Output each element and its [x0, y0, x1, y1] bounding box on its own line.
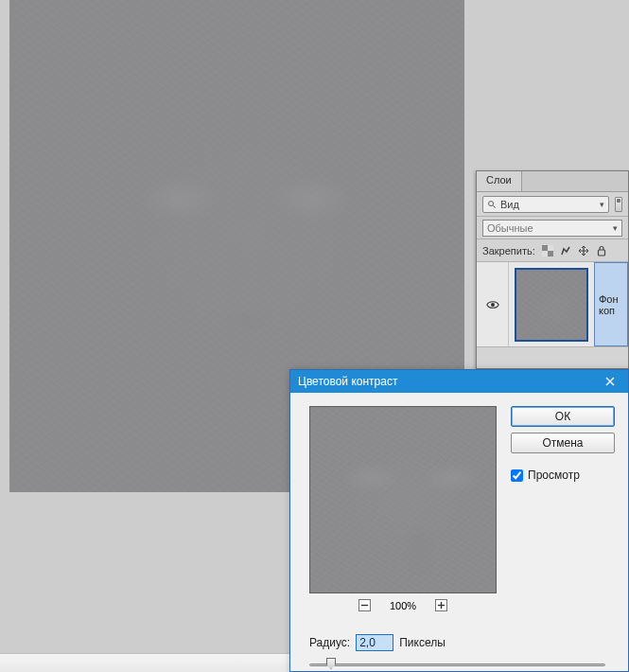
- radius-input[interactable]: [356, 634, 393, 651]
- svg-rect-3: [548, 251, 553, 256]
- lock-transparent-icon[interactable]: [542, 245, 553, 256]
- svg-rect-5: [542, 251, 548, 256]
- close-icon: [605, 377, 615, 386]
- dialog-title: Цветовой контраст: [298, 375, 397, 388]
- svg-line-1: [493, 205, 496, 208]
- zoom-controls: 100%: [309, 599, 497, 611]
- lock-all-icon[interactable]: [596, 245, 607, 256]
- slider-thumb[interactable]: [326, 658, 336, 669]
- preview-checkbox-row[interactable]: Просмотр: [511, 469, 615, 482]
- ok-button[interactable]: ОК: [511, 406, 615, 427]
- radius-unit: Пикселы: [399, 636, 446, 649]
- panel-tabs: Слои: [477, 171, 628, 192]
- blend-mode-value: Обычные: [487, 222, 533, 234]
- layer-visibility-toggle[interactable]: [477, 262, 509, 346]
- zoom-out-button[interactable]: [358, 599, 371, 611]
- blend-mode-select[interactable]: Обычные ▾: [482, 220, 622, 237]
- svg-point-7: [490, 302, 494, 306]
- svg-point-0: [489, 201, 494, 205]
- radius-row: Радиус: Пикселы: [309, 634, 446, 651]
- dialog-close-button[interactable]: [600, 373, 620, 390]
- preview-checkbox[interactable]: [511, 469, 523, 482]
- svg-rect-4: [548, 245, 553, 251]
- filter-preview[interactable]: [309, 406, 497, 593]
- radius-label: Радиус:: [309, 636, 350, 649]
- blend-mode-row: Обычные ▾: [477, 217, 628, 239]
- zoom-in-button[interactable]: [435, 599, 447, 611]
- minus-icon: [360, 601, 369, 610]
- preview-checkbox-label: Просмотр: [528, 469, 580, 482]
- eye-icon: [486, 298, 499, 311]
- high-pass-dialog: Цветовой контраст 100% ОК Отмена Просмот…: [289, 369, 629, 672]
- svg-rect-6: [598, 250, 604, 256]
- lock-row: Закрепить:: [477, 239, 628, 262]
- layer-filter-select[interactable]: Вид ▾: [482, 196, 609, 213]
- slider-track: [309, 663, 605, 666]
- radius-slider[interactable]: [309, 658, 605, 671]
- layer-name[interactable]: Фон коп: [594, 262, 628, 346]
- tab-layers[interactable]: Слои: [477, 171, 522, 191]
- chevron-down-icon: ▾: [613, 223, 618, 233]
- lock-label: Закрепить:: [482, 245, 535, 256]
- plus-icon: [437, 601, 446, 610]
- filter-label: Вид: [500, 199, 519, 210]
- lock-pixels-icon[interactable]: [560, 245, 571, 256]
- svg-rect-2: [542, 245, 548, 251]
- search-icon: [487, 200, 497, 209]
- layer-name-text: Фон коп: [599, 293, 627, 316]
- dialog-title-bar[interactable]: Цветовой контраст: [290, 370, 628, 393]
- layers-panel: Слои Вид ▾ Обычные ▾ Закрепить:: [476, 170, 629, 369]
- dialog-body: 100% ОК Отмена Просмотр Радиус: Пикселы: [290, 393, 628, 671]
- filter-toggle[interactable]: [615, 197, 622, 212]
- layer-row[interactable]: Фон коп: [477, 262, 628, 347]
- chevron-down-icon: ▾: [600, 200, 604, 209]
- lock-position-icon[interactable]: [578, 245, 589, 256]
- dialog-buttons: ОК Отмена Просмотр: [511, 406, 615, 482]
- layer-filter-row: Вид ▾: [477, 192, 628, 217]
- zoom-level: 100%: [390, 600, 416, 611]
- layer-thumbnail[interactable]: [515, 268, 588, 342]
- cancel-button[interactable]: Отмена: [511, 433, 615, 453]
